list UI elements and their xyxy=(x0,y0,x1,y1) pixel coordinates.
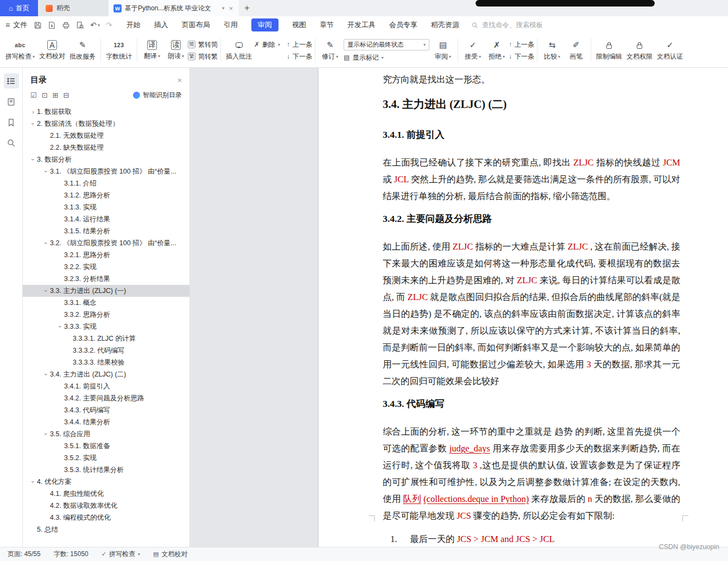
markup-state-select[interactable]: 显示标记的最终状态 ▾ xyxy=(344,39,429,50)
chevron-down-icon[interactable]: ▾ xyxy=(222,5,225,11)
toc-item[interactable]: 4.2. 数据读取效率优化 xyxy=(23,500,189,512)
file-menu-button[interactable]: ≡ 文件 xyxy=(5,20,27,30)
document-content[interactable]: 究方向就是找出这一形态。3.4. 主力进出 (ZLJC) (二)3.4.1. 前… xyxy=(383,71,680,547)
menu-tab[interactable]: 插入 xyxy=(154,20,168,30)
prev-comment-button[interactable]: ↑ 上一条 xyxy=(287,40,312,49)
ink-pen-button[interactable]: ✐ 画笔 xyxy=(564,38,588,63)
toc-item[interactable]: 3.3.1. 概念 xyxy=(23,297,189,309)
traditional-to-simplified-button[interactable]: 简 繁转简 xyxy=(188,40,218,49)
statusbar-proofread-button[interactable]: ▤ 文档校对 xyxy=(153,550,187,559)
toc-expand-all-icon[interactable]: ⊞ xyxy=(53,91,59,99)
toc-item[interactable]: 3.3.3.2. 代码编写 xyxy=(23,345,189,356)
toc-checkbox-icon[interactable]: ☑ xyxy=(30,91,37,99)
menu-tab[interactable]: 视图 xyxy=(292,20,306,30)
toc-item[interactable]: 2.2. 缺失数据处理 xyxy=(23,142,189,154)
show-markup-button[interactable]: ▤ 显示标记 ▾ xyxy=(344,53,429,62)
chevron-down-icon[interactable]: › xyxy=(57,323,64,330)
smart-recognize-button[interactable]: 智能识别目录 xyxy=(133,91,182,100)
toc-item[interactable]: 3.1.1. 介绍 xyxy=(23,177,189,189)
toc-item[interactable]: ›2. 数据清洗（数据预处理） xyxy=(23,118,189,130)
toc-item[interactable]: ›3. 数据分析 xyxy=(23,154,189,165)
toc-item[interactable]: ›1. 数据获取 xyxy=(23,106,189,118)
compare-button[interactable]: ⇆ 比较▾ xyxy=(540,38,564,63)
toc-locate-icon[interactable]: ⊡ xyxy=(42,91,48,99)
toc-item[interactable]: 3.1.5. 结果分析 xyxy=(23,225,189,237)
chevron-right-icon[interactable]: › xyxy=(29,109,37,115)
toc-item[interactable]: 5. 总结 xyxy=(23,524,189,536)
export-button[interactable] xyxy=(48,21,56,29)
toc-item[interactable]: 3.1.4. 运行结果 xyxy=(23,213,189,225)
toc-item[interactable]: 3.2.2. 实现 xyxy=(23,261,189,273)
toc-panel-button[interactable] xyxy=(4,73,19,88)
toc-item[interactable]: ›3.2. 《胡立阳股票投资 100 招》 由“价量... xyxy=(23,237,189,249)
toc-item[interactable]: 3.4.2. 主要问题及分析思路 xyxy=(23,392,189,404)
translate-button[interactable]: 译 翻译▾ xyxy=(140,39,164,62)
toc-item[interactable]: ›3.1. 《胡立阳股票投资 100 招》 由“价量... xyxy=(23,165,189,177)
print-button[interactable] xyxy=(62,21,70,29)
statusbar-spellcheck-button[interactable]: ✓ 拼写检查 ▾ xyxy=(102,550,140,559)
save-button[interactable] xyxy=(34,21,42,29)
toc-item[interactable]: 3.2.3. 分析结果 xyxy=(23,273,189,285)
toc-item[interactable]: 3.3.2. 思路分析 xyxy=(23,309,189,321)
chevron-down-icon[interactable]: › xyxy=(30,478,36,486)
proofread-button[interactable]: A 文档校对 xyxy=(37,39,67,62)
new-tab-button[interactable]: + xyxy=(239,0,255,16)
menu-tab[interactable]: 稻壳资源 xyxy=(431,20,459,30)
toc-item[interactable]: ›3.4. 主力进出 (ZLJC) (二) xyxy=(23,368,189,380)
redo-button[interactable]: ↷ xyxy=(106,21,112,29)
toc-item[interactable]: 3.3.3.3. 结果校验 xyxy=(23,356,189,368)
menu-tab[interactable]: 审阅 xyxy=(251,18,278,31)
find-panel-button[interactable] xyxy=(4,135,19,150)
close-icon[interactable]: × xyxy=(178,76,182,85)
chevron-down-icon[interactable]: › xyxy=(43,287,49,295)
toc-item[interactable]: 3.3.3.1. ZLJC 的计算 xyxy=(23,333,189,345)
doc-authentication-button[interactable]: ✓ 文档认证 xyxy=(655,38,685,63)
restrict-editing-button[interactable]: 限制编辑 xyxy=(594,38,624,63)
chapter-panel-button[interactable] xyxy=(4,94,19,109)
accept-button[interactable]: ✓ 接受▾ xyxy=(461,38,485,63)
home-tab[interactable]: ⌂ 首页 xyxy=(0,0,38,16)
toc-item[interactable]: 3.5.1. 数据准备 xyxy=(23,440,189,452)
undo-button[interactable]: ↶▾ xyxy=(90,21,100,29)
menu-tab[interactable]: 开始 xyxy=(126,20,141,30)
doc-permission-button[interactable]: 文档权限 xyxy=(624,38,655,63)
toc-item[interactable]: 3.1.2. 思路分析 xyxy=(23,189,189,201)
toc-item[interactable]: 4.1. 爬虫性能优化 xyxy=(23,488,189,500)
toc-item[interactable]: ›3.3.3. 实现 xyxy=(23,321,189,333)
chevron-down-icon[interactable]: › xyxy=(43,371,49,378)
toc-item[interactable]: 3.4.3. 代码编写 xyxy=(23,404,189,416)
toc-item[interactable]: 3.1.3. 实现 xyxy=(23,201,189,213)
toc-item[interactable]: ›4. 优化方案 xyxy=(23,476,189,488)
command-search[interactable]: 查找命令、搜索模板 xyxy=(471,21,543,30)
insert-comment-button[interactable]: 插入批注 xyxy=(224,38,254,63)
read-aloud-button[interactable]: 读 朗读▾ xyxy=(164,39,188,62)
chevron-down-icon[interactable]: › xyxy=(43,430,49,438)
toc-item[interactable]: 2.1. 无效数据处理 xyxy=(23,130,189,142)
toc-item[interactable]: ›3.3. 主力进出 (ZLJC) (一) xyxy=(23,285,189,297)
spellcheck-button[interactable]: abc 拼写检查▾ xyxy=(3,38,37,63)
close-icon[interactable]: × xyxy=(227,4,234,12)
toc-item[interactable]: 3.5.3. 统计结果分析 xyxy=(23,464,189,476)
reject-button[interactable]: ✗ 拒绝▾ xyxy=(485,38,509,63)
simplified-to-traditional-button[interactable]: 繁 简转繁 xyxy=(188,52,218,61)
toc-item[interactable]: ›3.5. 综合应用 xyxy=(23,428,189,440)
grading-service-button[interactable]: ✎ 批改服务 xyxy=(67,38,98,63)
print-preview-button[interactable] xyxy=(76,21,84,29)
document-page[interactable]: 究方向就是找出这一形态。3.4. 主力进出 (ZLJC) (二)3.4.1. 前… xyxy=(319,68,728,547)
bookmark-panel-button[interactable] xyxy=(4,114,19,130)
next-comment-button[interactable]: ↓ 下一条 xyxy=(287,52,312,61)
chevron-down-icon[interactable]: › xyxy=(30,120,36,127)
document-tab[interactable]: W 基于Python...析系统 毕业论文 ▾ × xyxy=(109,0,239,16)
chevron-down-icon[interactable]: › xyxy=(43,168,49,175)
chevron-down-icon[interactable]: › xyxy=(30,156,36,163)
toc-collapse-all-icon[interactable]: ⊟ xyxy=(63,91,69,99)
word-count-button[interactable]: 123 字数统计 xyxy=(104,38,134,63)
toc-item[interactable]: 4.3. 编程模式的优化 xyxy=(23,512,189,524)
menu-tab[interactable]: 会员专享 xyxy=(389,20,417,30)
document-canvas[interactable]: 究方向就是找出这一形态。3.4. 主力进出 (ZLJC) (二)3.4.1. 前… xyxy=(190,68,728,547)
reviewers-button[interactable]: ▤ 审阅▾ xyxy=(431,38,455,63)
next-change-button[interactable]: ↓ 下一条 xyxy=(509,52,534,61)
toc-item[interactable]: 3.4.1. 前提引入 xyxy=(23,380,189,392)
prev-change-button[interactable]: ↑ 上一条 xyxy=(509,40,534,49)
toc-item[interactable]: 3.4.4. 结果分析 xyxy=(23,416,189,428)
